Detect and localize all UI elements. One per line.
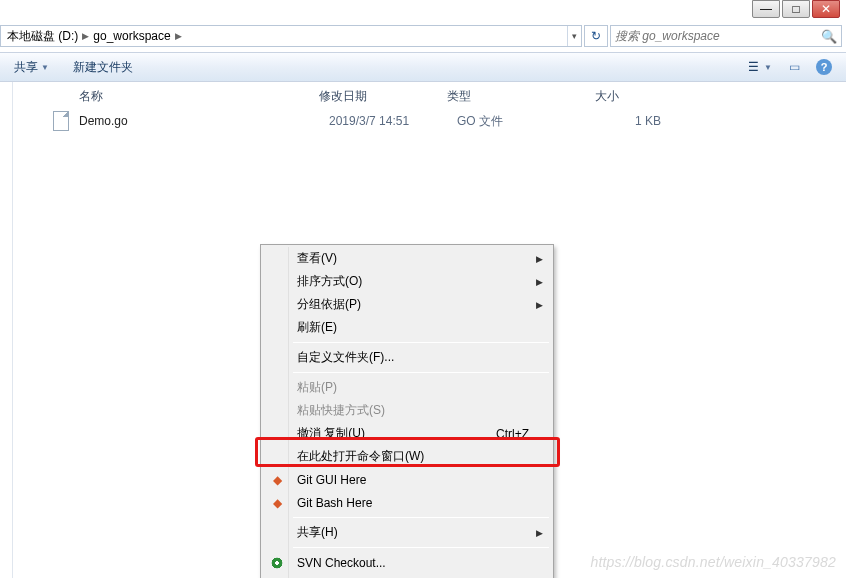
breadcrumb[interactable]: 本地磁盘 (D:) ▶ go_workspace ▶ ▾ bbox=[0, 25, 582, 47]
submenu-arrow-icon: ▶ bbox=[536, 277, 543, 287]
search-input[interactable] bbox=[615, 29, 821, 43]
file-date: 2019/3/7 14:51 bbox=[329, 114, 457, 128]
column-name[interactable]: 名称 bbox=[79, 88, 319, 105]
view-icon: ☰ bbox=[745, 59, 761, 75]
new-folder-button[interactable]: 新建文件夹 bbox=[73, 59, 133, 76]
ctx-paste-shortcut: 粘贴快捷方式(S) bbox=[263, 399, 551, 422]
menu-separator bbox=[293, 547, 549, 548]
column-headers: 名称 修改日期 类型 大小 bbox=[13, 82, 846, 110]
ctx-undo-copy[interactable]: 撤消 复制(U)Ctrl+Z bbox=[263, 422, 551, 445]
view-options-button[interactable]: ☰ ▼ bbox=[745, 59, 772, 75]
breadcrumb-seg-folder[interactable]: go_workspace bbox=[93, 29, 170, 43]
svn-icon bbox=[269, 555, 285, 571]
watermark: https://blog.csdn.net/weixin_40337982 bbox=[590, 554, 836, 570]
ctx-tortoisesvn[interactable]: TortoiseSVN▶ bbox=[263, 574, 551, 578]
submenu-arrow-icon: ▶ bbox=[536, 300, 543, 310]
ctx-git-bash[interactable]: ◆Git Bash Here bbox=[263, 491, 551, 514]
breadcrumb-dropdown[interactable]: ▾ bbox=[567, 26, 581, 46]
breadcrumb-seg-drive[interactable]: 本地磁盘 (D:) bbox=[7, 28, 78, 45]
column-type[interactable]: 类型 bbox=[447, 88, 595, 105]
chevron-right-icon: ▶ bbox=[82, 31, 89, 41]
file-size: 1 KB bbox=[605, 114, 685, 128]
close-glyph: ✕ bbox=[821, 2, 831, 16]
file-icon bbox=[53, 111, 69, 131]
ctx-refresh[interactable]: 刷新(E) bbox=[263, 316, 551, 339]
minimize-button[interactable]: — bbox=[752, 0, 780, 18]
submenu-arrow-icon: ▶ bbox=[536, 254, 543, 264]
toolbar: 共享 ▼ 新建文件夹 ☰ ▼ ▭ ? bbox=[0, 52, 846, 82]
column-size[interactable]: 大小 bbox=[595, 88, 675, 105]
nav-pane[interactable] bbox=[0, 82, 13, 578]
chevron-down-icon: ▼ bbox=[764, 63, 772, 72]
ctx-sort[interactable]: 排序方式(O)▶ bbox=[263, 270, 551, 293]
ctx-share[interactable]: 共享(H)▶ bbox=[263, 521, 551, 544]
git-icon: ◆ bbox=[269, 495, 285, 511]
refresh-icon: ↻ bbox=[591, 29, 601, 43]
preview-pane-button[interactable]: ▭ bbox=[786, 59, 802, 75]
share-menu[interactable]: 共享 ▼ bbox=[14, 59, 49, 76]
file-row[interactable]: Demo.go 2019/3/7 14:51 GO 文件 1 KB bbox=[13, 110, 846, 132]
help-button[interactable]: ? bbox=[816, 59, 832, 75]
search-box[interactable]: 🔍 bbox=[610, 25, 842, 47]
context-menu: 查看(V)▶ 排序方式(O)▶ 分组依据(P)▶ 刷新(E) 自定义文件夹(F)… bbox=[260, 244, 554, 578]
menu-separator bbox=[293, 342, 549, 343]
chevron-down-icon: ▼ bbox=[41, 63, 49, 72]
search-icon[interactable]: 🔍 bbox=[821, 29, 837, 44]
close-button[interactable]: ✕ bbox=[812, 0, 840, 18]
refresh-button[interactable]: ↻ bbox=[584, 25, 608, 47]
git-icon: ◆ bbox=[269, 472, 285, 488]
minimize-glyph: — bbox=[760, 2, 772, 16]
column-date[interactable]: 修改日期 bbox=[319, 88, 447, 105]
menu-separator bbox=[293, 517, 549, 518]
maximize-button[interactable]: □ bbox=[782, 0, 810, 18]
chevron-right-icon: ▶ bbox=[175, 31, 182, 41]
ctx-paste: 粘贴(P) bbox=[263, 376, 551, 399]
maximize-glyph: □ bbox=[792, 2, 799, 16]
menu-separator bbox=[293, 372, 549, 373]
ctx-group[interactable]: 分组依据(P)▶ bbox=[263, 293, 551, 316]
ctx-svn-checkout[interactable]: SVN Checkout... bbox=[263, 551, 551, 574]
ctx-git-gui[interactable]: ◆Git GUI Here bbox=[263, 468, 551, 491]
ctx-customize[interactable]: 自定义文件夹(F)... bbox=[263, 346, 551, 369]
new-folder-label: 新建文件夹 bbox=[73, 59, 133, 76]
ctx-view[interactable]: 查看(V)▶ bbox=[263, 247, 551, 270]
share-label: 共享 bbox=[14, 59, 38, 76]
ctx-open-cmd[interactable]: 在此处打开命令窗口(W) bbox=[263, 445, 551, 468]
file-name: Demo.go bbox=[79, 114, 329, 128]
shortcut-label: Ctrl+Z bbox=[496, 427, 529, 441]
file-type: GO 文件 bbox=[457, 113, 605, 130]
submenu-arrow-icon: ▶ bbox=[536, 528, 543, 538]
